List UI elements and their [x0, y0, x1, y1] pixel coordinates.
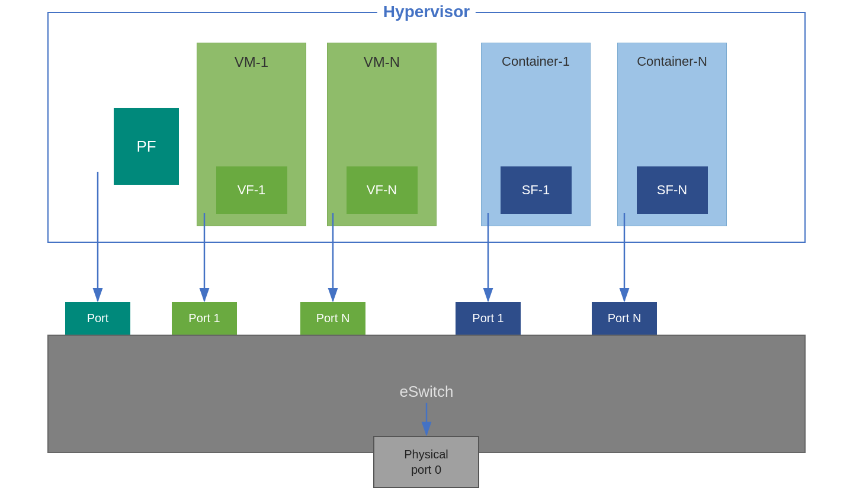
port-sfn-label: Port N	[608, 312, 642, 325]
pf-label: PF	[136, 137, 156, 156]
port-sf1-label: Port 1	[472, 312, 504, 325]
hypervisor-label: Hypervisor	[377, 2, 476, 21]
port-sfn: Port N	[592, 302, 657, 335]
diagram: eSwitch Hypervisor PF VM-1 VF-1 VM-N VF-…	[0, 0, 853, 504]
vfn-block: VF-N	[347, 166, 418, 214]
container1-box: Container-1 SF-1	[481, 43, 591, 226]
port-vf1-label: Port 1	[188, 312, 220, 325]
port-sf1: Port 1	[456, 302, 521, 335]
vf1-label: VF-1	[238, 182, 266, 198]
pf-block: PF	[114, 108, 179, 185]
physical-port-box: Physicalport 0	[373, 436, 479, 488]
port-vf1: Port 1	[172, 302, 237, 335]
vm1-label: VM-1	[235, 54, 268, 70]
container1-label: Container-1	[502, 54, 570, 69]
containern-box: Container-N SF-N	[617, 43, 727, 226]
physical-port-label: Physicalport 0	[404, 447, 448, 477]
containern-label: Container-N	[637, 54, 707, 69]
sf1-label: SF-1	[522, 182, 550, 198]
vfn-label: VF-N	[367, 182, 397, 198]
port-vfn-label: Port N	[316, 312, 350, 325]
sf1-block: SF-1	[501, 166, 572, 214]
vf1-block: VF-1	[216, 166, 287, 214]
vmn-label: VM-N	[364, 54, 400, 70]
port-vfn: Port N	[300, 302, 365, 335]
hypervisor-box: Hypervisor PF VM-1 VF-1 VM-N VF-N Contai…	[47, 12, 806, 243]
sfn-label: SF-N	[657, 182, 687, 198]
eswitch-box: eSwitch	[47, 335, 806, 453]
port-pf-label: Port	[87, 312, 109, 325]
vmn-box: VM-N VF-N	[327, 43, 437, 226]
eswitch-label: eSwitch	[399, 383, 453, 401]
sfn-block: SF-N	[637, 166, 708, 214]
port-pf: Port	[65, 302, 130, 335]
vm1-box: VM-1 VF-1	[197, 43, 306, 226]
